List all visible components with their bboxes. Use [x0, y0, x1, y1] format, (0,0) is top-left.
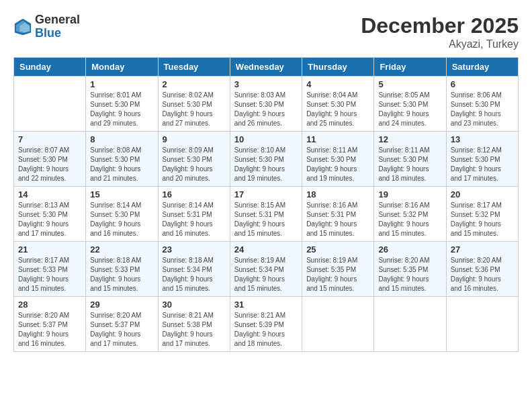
day-number: 5: [378, 79, 441, 89]
calendar-cell: 13Sunrise: 8:12 AMSunset: 5:30 PMDayligh…: [446, 132, 518, 187]
cell-info: Sunrise: 8:13 AMSunset: 5:30 PMDaylight:…: [18, 201, 81, 238]
calendar-cell: 3Sunrise: 8:03 AMSunset: 5:30 PMDaylight…: [230, 77, 302, 132]
calendar-cell: 6Sunrise: 8:06 AMSunset: 5:30 PMDaylight…: [446, 77, 518, 132]
calendar-cell: 12Sunrise: 8:11 AMSunset: 5:30 PMDayligh…: [374, 132, 446, 187]
cell-info: Sunrise: 8:16 AMSunset: 5:31 PMDaylight:…: [306, 201, 369, 238]
weekday-header-saturday: Saturday: [446, 58, 518, 77]
day-number: 4: [306, 79, 369, 89]
cell-info: Sunrise: 8:10 AMSunset: 5:30 PMDaylight:…: [234, 146, 298, 183]
day-number: 6: [451, 79, 514, 89]
day-number: 2: [163, 79, 226, 89]
calendar-cell: 27Sunrise: 8:20 AMSunset: 5:36 PMDayligh…: [446, 242, 518, 297]
day-number: 25: [306, 244, 369, 255]
day-number: 23: [163, 244, 226, 255]
calendar-week-5: 28Sunrise: 8:20 AMSunset: 5:37 PMDayligh…: [14, 297, 519, 352]
day-number: 11: [306, 134, 369, 144]
calendar-cell: 29Sunrise: 8:20 AMSunset: 5:37 PMDayligh…: [86, 297, 158, 352]
cell-info: Sunrise: 8:03 AMSunset: 5:30 PMDaylight:…: [234, 91, 298, 128]
calendar-cell: 8Sunrise: 8:08 AMSunset: 5:30 PMDaylight…: [86, 132, 158, 187]
logo: General Blue: [13, 13, 80, 40]
calendar-week-3: 14Sunrise: 8:13 AMSunset: 5:30 PMDayligh…: [14, 187, 519, 242]
day-number: 27: [451, 244, 514, 255]
cell-info: Sunrise: 8:19 AMSunset: 5:35 PMDaylight:…: [306, 256, 369, 293]
calendar-cell: 4Sunrise: 8:04 AMSunset: 5:30 PMDaylight…: [302, 77, 374, 132]
cell-info: Sunrise: 8:14 AMSunset: 5:31 PMDaylight:…: [163, 201, 226, 238]
day-number: 21: [18, 244, 81, 255]
cell-info: Sunrise: 8:09 AMSunset: 5:30 PMDaylight:…: [163, 146, 226, 183]
logo-name: General: [35, 13, 80, 27]
weekday-header-sunday: Sunday: [14, 58, 86, 77]
cell-info: Sunrise: 8:08 AMSunset: 5:30 PMDaylight:…: [90, 146, 153, 183]
logo-icon: [13, 17, 32, 36]
cell-info: Sunrise: 8:05 AMSunset: 5:30 PMDaylight:…: [378, 91, 441, 128]
cell-info: Sunrise: 8:06 AMSunset: 5:30 PMDaylight:…: [451, 91, 514, 128]
cell-info: Sunrise: 8:07 AMSunset: 5:30 PMDaylight:…: [18, 146, 81, 183]
calendar-cell: 31Sunrise: 8:21 AMSunset: 5:39 PMDayligh…: [230, 297, 302, 352]
cell-info: Sunrise: 8:14 AMSunset: 5:30 PMDaylight:…: [90, 201, 153, 238]
cell-info: Sunrise: 8:02 AMSunset: 5:30 PMDaylight:…: [163, 91, 226, 128]
calendar-cell: 7Sunrise: 8:07 AMSunset: 5:30 PMDaylight…: [14, 132, 86, 187]
calendar-cell: 10Sunrise: 8:10 AMSunset: 5:30 PMDayligh…: [230, 132, 302, 187]
title-block: December 2025 Akyazi, Turkey: [361, 13, 519, 50]
day-number: 16: [163, 189, 226, 199]
logo-blue: Blue: [35, 27, 80, 40]
calendar-week-2: 7Sunrise: 8:07 AMSunset: 5:30 PMDaylight…: [14, 132, 519, 187]
cell-info: Sunrise: 8:01 AMSunset: 5:30 PMDaylight:…: [90, 91, 153, 128]
day-number: 19: [378, 189, 441, 199]
day-number: 31: [234, 300, 298, 310]
calendar-week-1: 1Sunrise: 8:01 AMSunset: 5:30 PMDaylight…: [14, 77, 519, 132]
page-header: General Blue December 2025 Akyazi, Turke…: [13, 13, 519, 50]
cell-info: Sunrise: 8:12 AMSunset: 5:30 PMDaylight:…: [451, 146, 514, 183]
weekday-header-tuesday: Tuesday: [158, 58, 230, 77]
day-number: 12: [378, 134, 441, 144]
cell-info: Sunrise: 8:15 AMSunset: 5:31 PMDaylight:…: [234, 201, 298, 238]
calendar-cell: [374, 297, 446, 352]
cell-info: Sunrise: 8:20 AMSunset: 5:37 PMDaylight:…: [18, 311, 81, 349]
month-title: December 2025: [361, 13, 519, 38]
weekday-header-wednesday: Wednesday: [230, 58, 302, 77]
cell-info: Sunrise: 8:18 AMSunset: 5:34 PMDaylight:…: [163, 256, 226, 293]
calendar-cell: 19Sunrise: 8:16 AMSunset: 5:32 PMDayligh…: [374, 187, 446, 242]
calendar-table: SundayMondayTuesdayWednesdayThursdayFrid…: [13, 57, 519, 352]
day-number: 8: [90, 134, 153, 144]
logo-text-block: General Blue: [35, 13, 80, 40]
calendar-cell: 23Sunrise: 8:18 AMSunset: 5:34 PMDayligh…: [158, 242, 230, 297]
cell-info: Sunrise: 8:04 AMSunset: 5:30 PMDaylight:…: [306, 91, 369, 128]
calendar-cell: 14Sunrise: 8:13 AMSunset: 5:30 PMDayligh…: [14, 187, 86, 242]
day-number: 1: [90, 79, 153, 89]
calendar-cell: 5Sunrise: 8:05 AMSunset: 5:30 PMDaylight…: [374, 77, 446, 132]
calendar-cell: [446, 297, 518, 352]
weekday-header-monday: Monday: [86, 58, 158, 77]
cell-info: Sunrise: 8:11 AMSunset: 5:30 PMDaylight:…: [378, 146, 441, 183]
day-number: 3: [234, 79, 298, 89]
day-number: 10: [234, 134, 298, 144]
calendar-week-4: 21Sunrise: 8:17 AMSunset: 5:33 PMDayligh…: [14, 242, 519, 297]
calendar-cell: 21Sunrise: 8:17 AMSunset: 5:33 PMDayligh…: [14, 242, 86, 297]
cell-info: Sunrise: 8:16 AMSunset: 5:32 PMDaylight:…: [378, 201, 441, 238]
day-number: 28: [18, 300, 81, 310]
cell-info: Sunrise: 8:18 AMSunset: 5:33 PMDaylight:…: [90, 256, 153, 293]
calendar-cell: 1Sunrise: 8:01 AMSunset: 5:30 PMDaylight…: [86, 77, 158, 132]
day-number: 24: [234, 244, 298, 255]
day-number: 26: [378, 244, 441, 255]
calendar-cell: 2Sunrise: 8:02 AMSunset: 5:30 PMDaylight…: [158, 77, 230, 132]
cell-info: Sunrise: 8:20 AMSunset: 5:35 PMDaylight:…: [378, 256, 441, 293]
day-number: 30: [163, 300, 226, 310]
cell-info: Sunrise: 8:11 AMSunset: 5:30 PMDaylight:…: [306, 146, 369, 183]
day-number: 18: [306, 189, 369, 199]
day-number: 9: [163, 134, 226, 144]
day-number: 7: [18, 134, 81, 144]
cell-info: Sunrise: 8:21 AMSunset: 5:38 PMDaylight:…: [163, 311, 226, 349]
calendar-cell: 18Sunrise: 8:16 AMSunset: 5:31 PMDayligh…: [302, 187, 374, 242]
day-number: 22: [90, 244, 153, 255]
day-number: 17: [234, 189, 298, 199]
location: Akyazi, Turkey: [361, 38, 519, 50]
day-number: 13: [451, 134, 514, 144]
calendar-cell: 28Sunrise: 8:20 AMSunset: 5:37 PMDayligh…: [14, 297, 86, 352]
weekday-header-thursday: Thursday: [302, 58, 374, 77]
day-number: 14: [18, 189, 81, 199]
calendar-cell: 17Sunrise: 8:15 AMSunset: 5:31 PMDayligh…: [230, 187, 302, 242]
day-number: 29: [90, 300, 153, 310]
cell-info: Sunrise: 8:21 AMSunset: 5:39 PMDaylight:…: [234, 311, 298, 349]
cell-info: Sunrise: 8:20 AMSunset: 5:37 PMDaylight:…: [90, 311, 153, 349]
